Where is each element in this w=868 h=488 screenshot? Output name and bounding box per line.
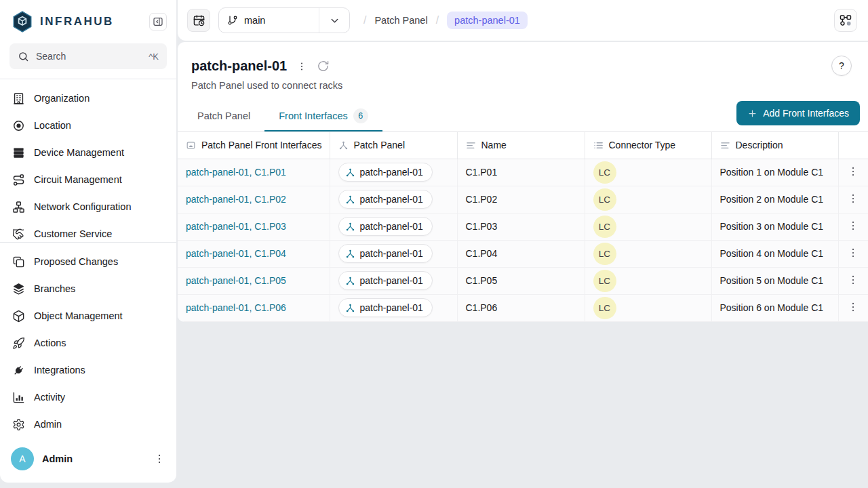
row-actions-kebab-icon[interactable] bbox=[847, 247, 859, 259]
row-actions-kebab-icon[interactable] bbox=[847, 220, 859, 232]
refresh-icon[interactable] bbox=[317, 60, 330, 73]
patch-panel-pill[interactable]: patch-panel-01 bbox=[338, 244, 433, 263]
breadcrumb-separator: / bbox=[363, 14, 366, 26]
branch-selector-value: main bbox=[219, 15, 319, 26]
sidebar-item-proposed-changes[interactable]: Proposed Changes bbox=[0, 248, 176, 275]
column-header-front-interfaces[interactable]: Patch Panel Front Interfaces bbox=[178, 132, 330, 159]
tab-count-badge: 6 bbox=[353, 108, 368, 123]
object-actions-kebab-icon[interactable] bbox=[296, 61, 307, 72]
sidebar-item-admin[interactable]: Admin bbox=[0, 411, 176, 438]
front-interface-link[interactable]: patch-panel-01, C1.P02 bbox=[186, 194, 286, 205]
sidebar-item-device-management[interactable]: Device Management bbox=[0, 139, 176, 166]
sidebar-item-circuit-management[interactable]: Circuit Management bbox=[0, 166, 176, 193]
sidebar-item-label: Device Management bbox=[34, 147, 124, 158]
column-header-name[interactable]: Name bbox=[457, 132, 585, 159]
front-interface-link[interactable]: patch-panel-01, C1.P01 bbox=[186, 167, 286, 178]
patch-panel-pill[interactable]: patch-panel-01 bbox=[338, 271, 433, 290]
location-icon bbox=[12, 119, 25, 132]
layers-icon bbox=[12, 283, 25, 296]
sidebar-item-integrations[interactable]: Integrations bbox=[0, 357, 176, 384]
hierarchy-icon bbox=[345, 195, 355, 205]
table-header-row: Patch Panel Front Interfaces Patch Panel… bbox=[178, 132, 868, 159]
app-logo[interactable]: INFRAHUB bbox=[11, 9, 114, 34]
column-header-patch-panel[interactable]: Patch Panel bbox=[330, 132, 457, 159]
handshake-icon bbox=[12, 228, 25, 241]
front-interface-link[interactable]: patch-panel-01, C1.P04 bbox=[186, 248, 286, 259]
patch-panel-pill-label: patch-panel-01 bbox=[360, 167, 423, 178]
panel-collapse-icon bbox=[153, 16, 163, 27]
user-menu-kebab-icon[interactable] bbox=[153, 453, 165, 465]
breadcrumb: / Patch Panel / patch-panel-01 bbox=[363, 12, 528, 29]
infrahub-logo-icon bbox=[11, 9, 34, 34]
sidebar-item-label: Actions bbox=[34, 338, 66, 348]
sidebar-menu-secondary: Proposed ChangesBranchesObject Managemen… bbox=[0, 243, 176, 438]
table-row: patch-panel-01, C1.P03patch-panel-01C1.P… bbox=[178, 213, 868, 240]
front-interface-link[interactable]: patch-panel-01, C1.P06 bbox=[186, 302, 286, 313]
row-actions-kebab-icon[interactable] bbox=[847, 274, 859, 286]
model-icon bbox=[186, 140, 196, 150]
patch-panel-pill[interactable]: patch-panel-01 bbox=[338, 163, 433, 182]
branch-selector[interactable]: main bbox=[218, 7, 350, 33]
sidebar-item-activity[interactable]: Activity bbox=[0, 384, 176, 411]
column-header-connector-type[interactable]: Connector Type bbox=[585, 132, 711, 159]
sidebar-item-label: Customer Service bbox=[34, 228, 112, 239]
avatar: A bbox=[11, 447, 34, 470]
sidebar-item-location[interactable]: Location bbox=[0, 112, 176, 139]
front-interface-link[interactable]: patch-panel-01, C1.P03 bbox=[186, 221, 286, 232]
help-button[interactable]: ? bbox=[831, 56, 852, 76]
patch-panel-pill[interactable]: patch-panel-01 bbox=[338, 190, 433, 209]
name-cell: C1.P03 bbox=[457, 213, 585, 240]
patch-panel-pill[interactable]: patch-panel-01 bbox=[338, 298, 433, 317]
sidebar-item-organization[interactable]: Organization bbox=[0, 85, 176, 112]
tabs-bar: Patch Panel Front Interfaces 6 Add Front… bbox=[178, 100, 868, 132]
branch-name: main bbox=[244, 15, 265, 26]
sidebar-item-label: Admin bbox=[34, 419, 62, 430]
patch-panel-pill-label: patch-panel-01 bbox=[360, 221, 423, 232]
sidebar-item-network-configuration[interactable]: Network Configuration bbox=[0, 193, 176, 220]
search-placeholder: Search bbox=[36, 51, 66, 62]
table-row: patch-panel-01, C1.P02patch-panel-01C1.P… bbox=[178, 186, 868, 213]
description-cell: Position 1 on Module C1 bbox=[711, 159, 838, 186]
add-front-interfaces-button[interactable]: Add Front Interfaces bbox=[736, 101, 860, 125]
search-input[interactable]: Search ^K bbox=[9, 43, 167, 69]
sidebar-item-branches[interactable]: Branches bbox=[0, 275, 176, 302]
chart-icon bbox=[12, 391, 25, 404]
breadcrumb-current[interactable]: patch-panel-01 bbox=[447, 12, 528, 29]
breadcrumb-patch-panel[interactable]: Patch Panel bbox=[374, 15, 427, 26]
user-menu[interactable]: A Admin bbox=[0, 438, 176, 483]
breadcrumb-separator: / bbox=[436, 14, 439, 26]
plus-icon bbox=[747, 108, 757, 119]
schema-icon bbox=[839, 14, 852, 27]
sidebar-item-object-management[interactable]: Object Management bbox=[0, 302, 176, 329]
sidebar-item-label: Network Configuration bbox=[34, 201, 131, 212]
patch-panel-pill[interactable]: patch-panel-01 bbox=[338, 217, 433, 236]
branch-selector-chevron[interactable] bbox=[319, 15, 349, 26]
sidebar-item-label: Circuit Management bbox=[34, 174, 122, 185]
schema-visualizer-button[interactable] bbox=[834, 9, 857, 32]
tab-front-interfaces-label: Front Interfaces bbox=[279, 110, 348, 121]
network-icon bbox=[12, 201, 25, 214]
sidebar-item-label: Branches bbox=[34, 283, 75, 294]
add-front-interfaces-label: Add Front Interfaces bbox=[763, 108, 849, 119]
row-actions-kebab-icon[interactable] bbox=[847, 165, 859, 178]
sidebar-item-actions[interactable]: Actions bbox=[0, 329, 176, 357]
tab-front-interfaces[interactable]: Front Interfaces 6 bbox=[264, 100, 382, 131]
column-header-description[interactable]: Description bbox=[711, 132, 838, 159]
tab-patch-panel[interactable]: Patch Panel bbox=[183, 100, 264, 131]
front-interface-link[interactable]: patch-panel-01, C1.P05 bbox=[186, 275, 286, 286]
hierarchy-icon bbox=[345, 303, 355, 313]
hierarchy-icon bbox=[338, 140, 349, 150]
object-description: Patch Panel used to connect racks bbox=[191, 80, 852, 91]
row-actions-kebab-icon[interactable] bbox=[847, 192, 859, 205]
row-actions-kebab-icon[interactable] bbox=[847, 301, 859, 313]
hierarchy-icon bbox=[345, 276, 355, 286]
description-cell: Position 3 on Module C1 bbox=[711, 213, 838, 240]
connector-type-badge: LC bbox=[593, 161, 616, 184]
sidebar-item-customer-service[interactable]: Customer Service bbox=[0, 220, 176, 242]
collapse-sidebar-button[interactable] bbox=[149, 13, 167, 30]
rocket-icon bbox=[12, 337, 25, 350]
align-left-icon bbox=[720, 140, 730, 150]
object-header: patch-panel-01 ? Patch Panel used to con… bbox=[178, 42, 868, 91]
name-cell: C1.P06 bbox=[457, 294, 585, 321]
time-travel-button[interactable] bbox=[187, 9, 210, 32]
